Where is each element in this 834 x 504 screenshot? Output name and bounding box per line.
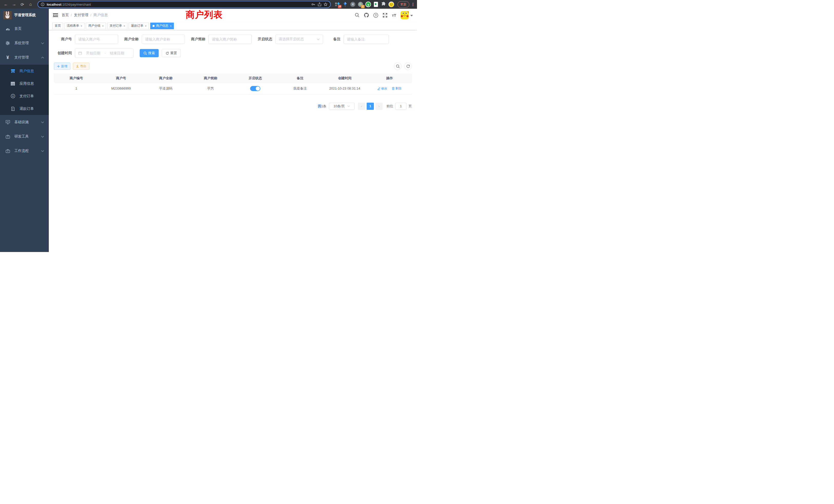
column-header: 开启状态 [233,74,278,83]
goto-suffix: 页 [409,104,412,109]
prev-page-button[interactable]: ‹ [358,102,365,110]
extension-tabs-icon[interactable]: 10 [334,1,341,7]
tag-label: 商户信息 [156,24,169,28]
user-avatar-menu[interactable] [400,11,413,19]
filter-label: 商户简称 [191,37,208,42]
chevron-down-icon [41,121,44,123]
column-header: 商户全称 [144,74,188,83]
svg-text:⌘: ⌘ [352,3,354,6]
date-separator: - [105,51,106,55]
github-icon[interactable] [364,13,369,18]
sidebar-item-label: 系统管理 [14,41,41,45]
sidebar-toggle-icon[interactable] [53,13,58,17]
svg-text:y: y [368,3,369,6]
sidebar-item-devtools[interactable]: 研发工具 [0,129,49,144]
extension-recorder-icon[interactable]: 1 [357,1,364,7]
extensions-puzzle-icon[interactable] [380,1,387,7]
monitor-icon [5,120,11,124]
tag-merchant-info[interactable]: 商户信息× [150,23,174,29]
active-dot [153,25,155,27]
merchant-name-input[interactable] [142,35,185,44]
help-icon[interactable]: ? [373,13,378,18]
filter-row-1: 商户号 商户全称 商户简称 开启状态 请选择开启状态 备注 [54,35,412,44]
browser-menu-icon[interactable]: ⋮ [411,2,414,7]
bookmark-star-icon[interactable] [324,2,328,6]
merchant-no-input[interactable] [75,35,118,44]
dashboard-icon [5,27,11,31]
tag-user-group[interactable]: 用户分组× [86,23,106,29]
refresh-table-button[interactable] [404,62,412,70]
tag-home[interactable]: 首页 [52,23,63,29]
search-icon[interactable] [355,13,359,18]
url-path: :1024/pay/merchant [61,3,91,6]
sidebar-logo[interactable]: 芋道管理系统 [0,9,49,22]
column-header: 商户编号 [54,74,98,83]
share-icon[interactable] [317,2,322,6]
profile-emoji-avatar[interactable] [388,1,394,7]
sidebar-item-home[interactable]: 首页 [0,22,49,36]
grid-icon [10,82,16,86]
document-icon [10,107,16,111]
page-info-icon[interactable] [41,2,45,6]
tag-pay-order[interactable]: 支付订单× [107,23,127,29]
close-icon[interactable]: × [145,24,146,27]
remark-input[interactable] [344,35,389,44]
url-bar[interactable]: localhost:1024/pay/merchant [38,1,331,8]
status-select[interactable]: 请选择开启状态 [275,35,323,44]
create-time-range-picker[interactable]: - [75,48,133,58]
tag-refund-order[interactable]: 退款订单× [129,23,149,29]
app-title: 芋道管理系统 [14,13,36,18]
sidebar-item-infra[interactable]: 基础设施 [0,115,49,129]
fullscreen-icon[interactable] [382,13,388,18]
font-size-icon[interactable]: тT [392,13,396,18]
close-icon[interactable]: × [170,24,172,27]
reload-icon[interactable]: ⟳ [19,1,26,8]
toolbox-icon [5,135,11,139]
close-icon[interactable]: × [81,24,82,27]
sidebar-item-workflow[interactable]: 工作流程 [0,144,49,158]
briefcase-icon [5,149,11,153]
sidebar-item-system[interactable]: 系统管理 [0,36,49,50]
page-size-select[interactable]: 10条/页 [329,102,355,110]
extension-kite-icon[interactable] [342,1,348,7]
sidebar-item-app-info[interactable]: 应用信息 [0,77,49,90]
extension-flag-icon[interactable] [373,1,379,7]
sidebar-item-pay-order[interactable]: ¥ 支付订单 [0,90,49,102]
status-toggle[interactable] [250,86,260,91]
forward-icon[interactable]: → [11,1,18,8]
breadcrumb-home[interactable]: 首页 [62,13,69,18]
password-key-icon[interactable] [311,2,315,6]
goto-page-input[interactable] [395,102,407,110]
add-button[interactable]: 新增 [54,63,70,70]
sidebar-item-merchant-info[interactable]: 商户信息 [0,65,49,77]
chevron-down-icon [41,136,44,138]
tag-process-form[interactable]: 流程表单× [64,23,85,29]
goto-label: 前往 [387,104,393,109]
sidebar-item-label: 研发工具 [14,134,41,139]
sidebar-item-label: 首页 [14,26,44,31]
reset-button[interactable]: 重置 [162,49,181,57]
sidebar-item-refund-order[interactable]: 退款订单 [0,102,49,115]
toggle-search-button[interactable] [394,62,401,70]
back-icon[interactable]: ← [3,1,9,8]
refresh-icon [406,64,410,68]
edit-link[interactable]: 修改 [377,87,387,91]
next-page-button[interactable]: › [375,102,382,110]
browser-update-button[interactable]: 更新 [397,1,409,8]
home-icon[interactable]: ⌂ [27,1,34,8]
close-icon[interactable]: × [102,24,104,27]
close-icon[interactable]: × [124,24,125,27]
export-button[interactable]: 导出 [73,63,89,70]
search-button[interactable]: 搜索 [140,49,159,57]
page-1-button[interactable]: 1 [367,102,374,110]
extension-command-icon[interactable]: ⌘ [350,1,356,7]
tag-label: 用户分组 [88,24,101,28]
cell-remark: 我是备注 [278,83,322,94]
refresh-icon [166,51,169,55]
plus-icon [57,65,60,68]
extension-y-icon[interactable]: y [365,1,371,7]
merchant-short-input[interactable] [208,35,251,44]
breadcrumb-pay[interactable]: 支付管理 [74,13,88,18]
delete-link[interactable]: 删除 [392,86,401,91]
sidebar-item-pay[interactable]: ¥ 支付管理 [0,50,49,65]
